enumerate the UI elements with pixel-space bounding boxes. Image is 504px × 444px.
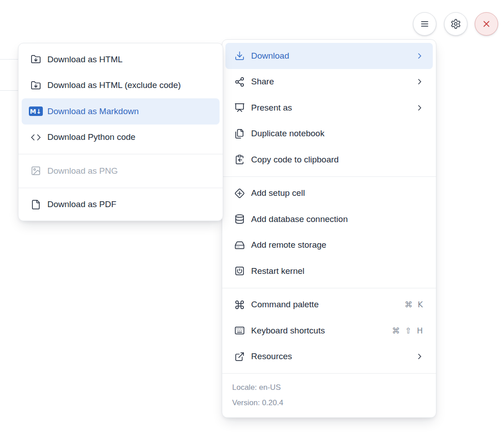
menu-item-label: Download as Markdown: [47, 106, 139, 116]
background-rule: [0, 90, 20, 91]
gear-icon: [450, 18, 461, 29]
close-x-icon: [481, 19, 491, 29]
chevron-right-icon: [415, 51, 424, 60]
menu-item-label: Keyboard shortcuts: [251, 326, 325, 336]
menu-item-download-as-markdown[interactable]: M↓ Download as Markdown: [22, 98, 220, 125]
diamond-plus-icon: [234, 188, 245, 199]
file-icon: [30, 199, 41, 210]
locale-text: Locale: en-US: [232, 382, 426, 393]
keyboard-icon: [234, 325, 245, 336]
shortcut-hint: ⌘ K: [404, 300, 424, 309]
menu-item-add-setup-cell[interactable]: Add setup cell: [225, 180, 433, 207]
settings-button[interactable]: [444, 12, 467, 36]
menu-item-label: Add setup cell: [251, 188, 305, 198]
menu-item-keyboard-shortcuts[interactable]: Keyboard shortcuts ⌘ ⇧ H: [225, 318, 433, 344]
menu-item-restart-kernel[interactable]: Restart kernel: [225, 258, 433, 284]
close-button[interactable]: [475, 12, 498, 36]
background-rule: [0, 59, 20, 60]
download-submenu: Download as HTML Download as HTML (exclu…: [18, 43, 223, 221]
presentation-icon: [234, 102, 245, 113]
menu-item-label: Present as: [251, 103, 292, 113]
notebook-menu: Download Share Present as: [222, 39, 436, 418]
menu-button[interactable]: [413, 12, 436, 36]
menu-divider: [222, 176, 436, 177]
image-icon: [30, 166, 41, 176]
menu-divider: [18, 188, 223, 188]
menu-item-download-as-pdf[interactable]: Download as PDF: [22, 192, 220, 218]
menu-item-download-as-html-exclude-code[interactable]: Download as HTML (exclude code): [22, 73, 220, 99]
hamburger-icon: [419, 18, 430, 29]
shortcut-hint: ⌘ ⇧ H: [392, 326, 424, 335]
menu-item-add-database-connection[interactable]: Add database connection: [225, 206, 433, 232]
menu-item-resources[interactable]: Resources: [225, 344, 433, 370]
folder-down-icon: [30, 54, 41, 65]
menu-item-label: Download as HTML: [47, 55, 123, 65]
chevron-right-icon: [415, 103, 424, 112]
duplicate-icon: [234, 129, 245, 139]
menu-item-label: Add remote storage: [251, 240, 326, 250]
chevron-right-icon: [415, 352, 424, 361]
menu-item-label: Download Python code: [47, 132, 135, 142]
menu-item-download-as-html[interactable]: Download as HTML: [22, 46, 220, 73]
code-icon: [30, 132, 41, 143]
share-icon: [234, 77, 245, 87]
markdown-icon: M↓: [30, 106, 41, 116]
menu-item-duplicate-notebook[interactable]: Duplicate notebook: [225, 121, 433, 147]
menu-footer: Locale: en-US Version: 0.20.4: [222, 377, 436, 414]
chevron-right-icon: [415, 77, 424, 86]
menu-divider: [18, 154, 223, 154]
menu-item-label: Resources: [251, 352, 292, 361]
menu-item-download-as-png: Download as PNG: [22, 158, 220, 184]
folder-down-icon: [30, 80, 41, 91]
external-link-icon: [234, 352, 245, 362]
power-icon: [234, 266, 245, 276]
menu-item-label: Download: [251, 51, 289, 61]
menu-divider: [222, 288, 436, 288]
menu-item-copy-code[interactable]: Copy code to clipboard: [225, 147, 433, 173]
menu-item-download-python-code[interactable]: Download Python code: [22, 125, 220, 151]
menu-item-label: Restart kernel: [251, 266, 304, 276]
menu-item-label: Share: [251, 77, 274, 87]
menu-item-label: Command palette: [251, 300, 319, 310]
version-text: Version: 0.20.4: [232, 397, 426, 409]
menu-item-add-remote-storage[interactable]: Add remote storage: [225, 232, 433, 259]
database-icon: [234, 214, 245, 224]
menu-divider: [222, 373, 436, 374]
download-icon: [234, 51, 245, 61]
clipboard-copy-icon: [234, 154, 245, 165]
menu-item-label: Download as PDF: [47, 199, 116, 209]
menu-item-label: Download as PNG: [47, 166, 118, 176]
menu-item-label: Download as HTML (exclude code): [47, 80, 181, 90]
menu-item-command-palette[interactable]: Command palette ⌘ K: [225, 292, 433, 318]
menu-item-present-as[interactable]: Present as: [225, 95, 433, 121]
hard-drive-icon: [234, 240, 245, 250]
command-icon: [234, 300, 245, 310]
menu-item-label: Duplicate notebook: [251, 129, 325, 139]
menu-item-label: Copy code to clipboard: [251, 155, 339, 165]
app-canvas: Download Share Present as: [0, 0, 504, 444]
menu-item-download[interactable]: Download: [225, 43, 433, 69]
menu-item-share[interactable]: Share: [225, 69, 433, 95]
menu-item-label: Add database connection: [251, 214, 348, 224]
